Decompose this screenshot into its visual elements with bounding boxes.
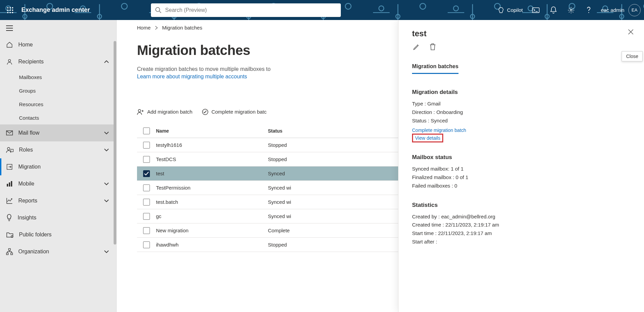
- row-name: testylh1616: [156, 142, 268, 148]
- search-input[interactable]: [165, 7, 337, 13]
- pencil-icon: [413, 43, 420, 51]
- left-navigation: Home Recipients Mailboxes Groups Resourc…: [0, 20, 117, 312]
- stat-start-after: Start after :: [412, 238, 630, 246]
- nav-scrollbar[interactable]: [114, 41, 116, 245]
- nav-reports[interactable]: Reports: [0, 192, 116, 209]
- delete-button[interactable]: [428, 42, 437, 51]
- row-checkbox[interactable]: [143, 213, 150, 220]
- nav-collapse-icon[interactable]: [0, 20, 116, 36]
- nav-organization-label: Organization: [18, 249, 99, 255]
- reports-icon: [6, 197, 13, 204]
- svg-point-1: [9, 7, 11, 8]
- svg-rect-17: [11, 149, 13, 152]
- column-header-name[interactable]: Name: [156, 128, 268, 134]
- close-icon: [628, 29, 634, 35]
- settings-icon[interactable]: [563, 0, 579, 20]
- svg-point-4: [9, 9, 11, 11]
- chevron-down-icon: [104, 250, 109, 253]
- row-name: New migration: [156, 228, 268, 233]
- chevron-right-icon: [155, 26, 158, 30]
- close-panel-button[interactable]: [628, 29, 634, 35]
- row-name: TestPermission: [156, 185, 268, 191]
- nav-groups[interactable]: Groups: [0, 84, 116, 97]
- nav-mailflow[interactable]: Mail flow: [0, 124, 116, 141]
- nav-roles[interactable]: Roles: [0, 141, 116, 158]
- complete-migration-batch-button[interactable]: Complete migration batc: [202, 109, 267, 115]
- stat-start-time: Start time : 22/11/2023, 2:19:17 am: [412, 229, 630, 238]
- mail-icon: [6, 130, 13, 136]
- chevron-up-icon: [104, 60, 109, 63]
- svg-point-16: [7, 148, 10, 150]
- account-avatar[interactable]: EA: [628, 4, 641, 16]
- edit-button[interactable]: [412, 42, 421, 51]
- nav-roles-label: Roles: [19, 147, 99, 153]
- svg-point-12: [570, 9, 572, 11]
- nav-organization[interactable]: Organization: [0, 243, 116, 260]
- nav-reports-label: Reports: [18, 198, 99, 204]
- check-circle-icon: [202, 109, 209, 115]
- svg-point-9: [156, 7, 160, 12]
- migration-details-heading: Migration details: [412, 89, 630, 96]
- svg-rect-24: [6, 253, 8, 255]
- home-icon: [6, 41, 13, 48]
- svg-line-10: [159, 11, 161, 13]
- trash-icon: [429, 43, 436, 51]
- copilot-button[interactable]: Copilot: [495, 7, 526, 14]
- row-checkbox[interactable]: [143, 170, 150, 177]
- main-content: Home Migration batches Migration batches…: [117, 20, 644, 312]
- nav-mobile[interactable]: Mobile: [0, 175, 116, 192]
- svg-point-5: [12, 9, 13, 11]
- nav-home[interactable]: Home: [0, 36, 116, 53]
- close-tooltip: Close: [622, 51, 643, 61]
- global-search[interactable]: [151, 3, 341, 17]
- view-details-link[interactable]: View details: [412, 134, 443, 142]
- row-checkbox[interactable]: [143, 142, 150, 149]
- bulb-icon: [6, 214, 12, 221]
- row-checkbox[interactable]: [143, 184, 150, 191]
- row-checkbox[interactable]: [143, 241, 150, 248]
- nav-resources[interactable]: Resources: [0, 97, 116, 111]
- nav-mailboxes[interactable]: Mailboxes: [0, 70, 116, 84]
- stat-created-time: Created time : 22/11/2023, 2:19:17 am: [412, 221, 630, 229]
- row-checkbox[interactable]: [143, 156, 150, 163]
- nav-public-folders[interactable]: Public folders: [0, 226, 116, 243]
- add-migration-batch-button[interactable]: Add migration batch: [137, 109, 192, 115]
- help-icon[interactable]: [581, 0, 597, 20]
- svg-rect-25: [11, 253, 13, 255]
- migration-icon: [6, 163, 13, 170]
- brand-title[interactable]: Exchange admin center: [20, 6, 90, 14]
- chevron-down-icon: [104, 199, 109, 202]
- nav-mobile-label: Mobile: [18, 181, 99, 187]
- row-checkbox[interactable]: [143, 227, 150, 234]
- nav-insights-label: Insights: [18, 215, 116, 221]
- copilot-label: Copilot: [507, 7, 523, 13]
- complete-batch-link[interactable]: Complete migration batch: [412, 128, 630, 133]
- select-all-checkbox[interactable]: [143, 128, 150, 134]
- app-launcher-icon[interactable]: [0, 7, 20, 14]
- folder-icon: [6, 231, 14, 238]
- row-name: ihawdhwh: [156, 242, 268, 248]
- breadcrumb-home[interactable]: Home: [137, 25, 151, 31]
- svg-point-13: [588, 12, 589, 13]
- account-name[interactable]: eac admin: [598, 7, 627, 13]
- cloud-shell-icon[interactable]: [528, 0, 544, 20]
- nav-contacts[interactable]: Contacts: [0, 111, 116, 124]
- nav-insights[interactable]: Insights: [0, 209, 116, 226]
- nav-migration[interactable]: Migration: [0, 158, 116, 175]
- row-name: test.batch: [156, 199, 268, 205]
- row-name: test: [156, 171, 268, 176]
- nav-mailflow-label: Mail flow: [18, 130, 99, 136]
- svg-rect-20: [9, 182, 10, 187]
- breadcrumb-current: Migration batches: [162, 25, 202, 31]
- people-add-icon: [137, 109, 144, 115]
- global-header: Exchange admin center Copilot eac admin …: [0, 0, 644, 20]
- tab-migration-batches[interactable]: Migration batches: [412, 63, 458, 74]
- stat-created-by: Created by : eac_admin@bellred.org: [412, 213, 630, 221]
- notifications-icon[interactable]: [545, 0, 562, 20]
- mobile-icon: [6, 180, 13, 187]
- row-checkbox[interactable]: [143, 199, 150, 206]
- svg-rect-21: [11, 181, 12, 187]
- copilot-icon: [498, 7, 505, 14]
- org-icon: [6, 248, 13, 255]
- nav-recipients[interactable]: Recipients: [0, 53, 116, 70]
